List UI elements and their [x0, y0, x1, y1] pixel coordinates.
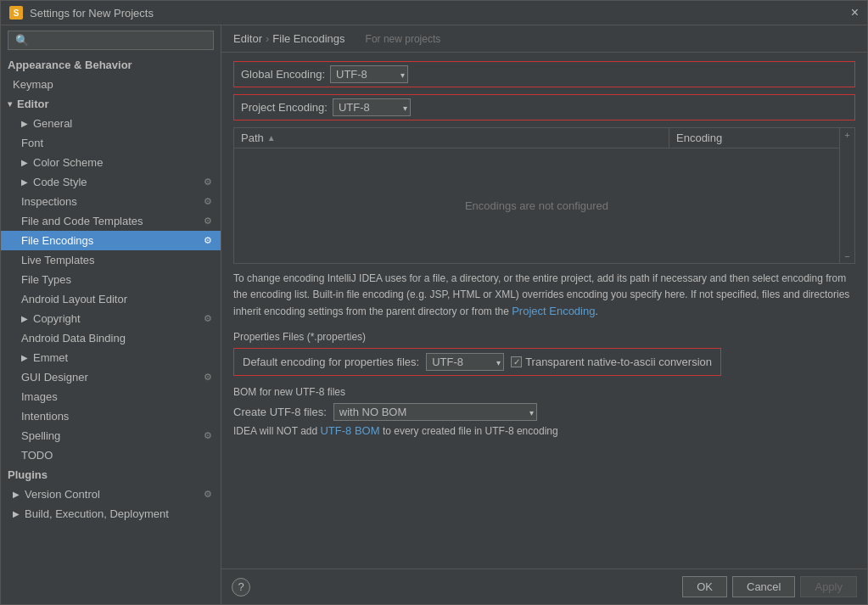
settings-icon: ⚙ — [204, 235, 212, 246]
create-utf8-label: Create UTF-8 files: — [233, 406, 327, 418]
content-header: Editor › File Encodings For new projects — [221, 25, 867, 53]
sidebar: Appearance & Behavior Keymap ▾ Editor ▶ … — [1, 25, 221, 604]
sidebar-item-intentions[interactable]: Intentions — [1, 406, 221, 426]
sidebar-label: Android Layout Editor — [21, 293, 127, 305]
transparent-label: Transparent native-to-ascii conversion — [525, 356, 712, 368]
table-header: Path ▲ Encoding — [234, 128, 839, 148]
table-empty-message: Encodings are not configured — [234, 148, 839, 263]
sidebar-label: Emmet — [33, 351, 68, 364]
expand-arrow-icon: ▶ — [13, 509, 20, 518]
sidebar-item-editor[interactable]: ▾ Editor — [1, 94, 221, 114]
properties-section: Properties Files (*.properties) Default … — [233, 331, 855, 376]
sidebar-item-guidesigner[interactable]: GUI Designer ⚙ — [1, 367, 221, 387]
expand-arrow-icon: ▶ — [21, 177, 28, 187]
sidebar-item-images[interactable]: Images — [1, 387, 221, 406]
sidebar-label: Images — [21, 390, 58, 403]
global-encoding-box: Global Encoding: UTF-8 UTF-16 ISO-8859-1 — [233, 61, 855, 87]
apply-button[interactable]: Apply — [800, 576, 857, 597]
encoding-dropdowns: Global Encoding: UTF-8 UTF-16 ISO-8859-1… — [233, 61, 855, 120]
sidebar-label: Appearance & Behavior — [8, 59, 132, 71]
sidebar-item-codestyle[interactable]: ▶ Code Style ⚙ — [1, 172, 221, 192]
sidebar-label: Plugins — [8, 468, 48, 481]
sidebar-item-keymap[interactable]: Keymap — [1, 75, 221, 94]
props-encoding-dropdown-wrap: UTF-8 UTF-16 ISO-8859-1 — [426, 353, 504, 371]
breadcrumb-fileencodings: File Encodings — [272, 32, 344, 45]
sidebar-item-font[interactable]: Font — [1, 133, 221, 153]
props-encoding-dropdown[interactable]: UTF-8 UTF-16 ISO-8859-1 — [426, 353, 504, 371]
sidebar-item-emmet[interactable]: ▶ Emmet — [1, 348, 221, 367]
help-button[interactable]: ? — [232, 578, 250, 597]
sidebar-item-plugins[interactable]: Plugins — [1, 465, 221, 485]
sidebar-label: File Types — [21, 273, 71, 286]
expand-arrow-icon: ▶ — [21, 119, 28, 128]
bom-dropdown[interactable]: with NO BOM with BOM — [333, 403, 537, 421]
settings-icon: ⚙ — [204, 313, 212, 324]
content-area: Editor › File Encodings For new projects… — [221, 25, 867, 604]
sidebar-label: Live Templates — [21, 254, 94, 266]
title-bar: S Settings for New Projects × — [1, 1, 867, 25]
settings-icon: ⚙ — [204, 372, 212, 383]
project-encoding-dropdown[interactable]: UTF-8 UTF-16 ISO-8859-1 — [333, 98, 411, 116]
breadcrumb-editor: Editor — [233, 32, 262, 45]
sidebar-item-fileencodings[interactable]: File Encodings ⚙ — [1, 231, 221, 250]
sidebar-item-buildexecution[interactable]: ▶ Build, Execution, Deployment — [1, 504, 221, 524]
col-path-label: Path — [241, 132, 264, 144]
sidebar-item-todo[interactable]: TODO — [1, 445, 221, 465]
close-button[interactable]: × — [851, 6, 859, 20]
content-body: Global Encoding: UTF-8 UTF-16 ISO-8859-1… — [221, 53, 867, 569]
expand-arrow-icon: ▶ — [13, 490, 20, 499]
expand-arrow-icon: ▾ — [8, 99, 12, 109]
table-scrollbar: + − — [840, 127, 855, 264]
info-text: To change encoding IntelliJ IDEA uses fo… — [233, 271, 855, 321]
sidebar-item-livetemplates[interactable]: Live Templates — [1, 250, 221, 270]
sidebar-item-androiddatabinding[interactable]: Android Data Binding — [1, 328, 221, 348]
bom-section: BOM for new UTF-8 files Create UTF-8 fil… — [233, 386, 855, 437]
expand-arrow-icon: ▶ — [21, 353, 28, 362]
sidebar-label: General — [33, 117, 72, 130]
transparent-checkbox[interactable] — [511, 356, 522, 367]
properties-box: Default encoding for properties files: U… — [233, 348, 721, 376]
global-encoding-dropdown[interactable]: UTF-8 UTF-16 ISO-8859-1 — [330, 65, 408, 83]
expand-arrow-icon: ▶ — [21, 314, 28, 323]
sidebar-item-androidlayout[interactable]: Android Layout Editor — [1, 289, 221, 309]
sidebar-item-versioncontrol[interactable]: ▶ Version Control ⚙ — [1, 485, 221, 504]
app-icon: S — [9, 6, 23, 20]
settings-icon: ⚙ — [204, 176, 212, 188]
global-encoding-dropdown-wrap: UTF-8 UTF-16 ISO-8859-1 — [330, 65, 408, 83]
breadcrumb-separator: › — [266, 32, 269, 45]
sidebar-item-general[interactable]: ▶ General — [1, 114, 221, 133]
project-encoding-link[interactable]: Project Encoding — [512, 305, 595, 317]
project-encoding-dropdown-wrap: UTF-8 UTF-16 ISO-8859-1 — [333, 98, 411, 116]
utf8-bom-link[interactable]: UTF-8 BOM — [320, 424, 379, 437]
cancel-button[interactable]: Cancel — [732, 576, 795, 597]
sidebar-label: Android Data Binding — [21, 332, 126, 345]
sidebar-item-filetypes[interactable]: File Types — [1, 270, 221, 289]
sort-arrow-icon[interactable]: ▲ — [267, 133, 276, 143]
sidebar-item-colorscheme[interactable]: ▶ Color Scheme — [1, 153, 221, 172]
default-encoding-label: Default encoding for properties files: — [243, 356, 419, 368]
for-new-projects-label: For new projects — [366, 33, 441, 45]
sidebar-item-appearance[interactable]: Appearance & Behavior — [1, 55, 221, 75]
sidebar-item-spelling[interactable]: Spelling ⚙ — [1, 426, 221, 445]
sidebar-label: File Encodings — [21, 234, 93, 247]
settings-icon: ⚙ — [204, 196, 212, 207]
table-minus-button[interactable]: − — [843, 249, 851, 263]
table-add-button[interactable]: + — [843, 128, 851, 142]
sidebar-item-inspections[interactable]: Inspections ⚙ — [1, 192, 221, 211]
sidebar-label: Keymap — [13, 78, 53, 91]
sidebar-label: Inspections — [21, 195, 77, 208]
expand-arrow-icon: ▶ — [21, 158, 28, 167]
settings-icon: ⚙ — [204, 216, 212, 227]
sidebar-item-copyright[interactable]: ▶ Copyright ⚙ — [1, 309, 221, 328]
settings-icon: ⚙ — [204, 489, 212, 500]
settings-icon: ⚙ — [204, 430, 212, 441]
col-path: Path ▲ — [234, 128, 669, 148]
ok-button[interactable]: OK — [682, 576, 727, 597]
sidebar-label: Editor — [17, 98, 49, 110]
transparent-checkbox-wrap[interactable]: Transparent native-to-ascii conversion — [511, 356, 712, 368]
bom-dropdown-wrap: with NO BOM with BOM — [333, 403, 537, 421]
search-input[interactable] — [8, 31, 214, 50]
sidebar-item-fileandcode[interactable]: File and Code Templates ⚙ — [1, 211, 221, 231]
sidebar-label: Font — [21, 137, 43, 149]
sidebar-label: Color Scheme — [33, 156, 103, 169]
